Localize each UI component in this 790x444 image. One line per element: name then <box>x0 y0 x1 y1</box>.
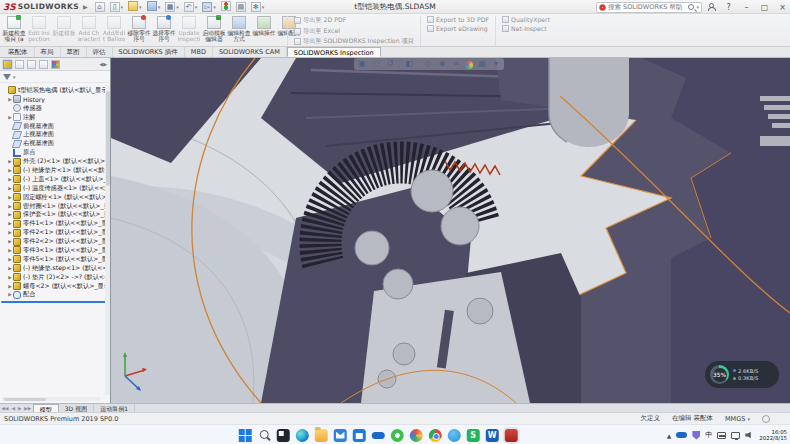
volume-icon[interactable] <box>745 431 754 439</box>
taskbar-app-icon[interactable] <box>429 429 442 442</box>
ribbon-button[interactable]: Add Characteristic <box>77 15 101 45</box>
ribbon-button[interactable]: 新建检查项目 (amp;N) <box>2 15 26 45</box>
ribbon-button[interactable]: 新建模板 <box>52 15 76 45</box>
taskbar-app-icon[interactable] <box>467 429 480 442</box>
ribbon-button[interactable]: 编辑检查方式 <box>227 15 251 45</box>
taskbar-app-icon[interactable] <box>296 429 309 442</box>
panel-horizontal-scrollbar[interactable] <box>2 397 100 401</box>
ribbon-button[interactable]: Edit Inspection Project <box>27 15 51 45</box>
hide-show-items-icon[interactable]: ∞ <box>451 59 461 69</box>
3d-model-canvas[interactable] <box>111 58 790 403</box>
minimize-button[interactable]: – <box>741 3 752 12</box>
qat-button[interactable] <box>146 1 162 13</box>
qat-button[interactable] <box>94 1 106 13</box>
filter-icon[interactable] <box>3 74 11 80</box>
ribbon-tab[interactable]: SOLIDWORKS CAM <box>213 47 287 57</box>
tree-item[interactable]: ▶ 零件5<1> (默认<<默认>_显示状态 <box>2 255 110 264</box>
rollback-bar[interactable] <box>1 301 109 303</box>
restore-button[interactable]: ▢ <box>759 3 770 12</box>
display-style-icon[interactable]: ◈ <box>437 59 447 69</box>
apply-scene-icon[interactable]: ▦ <box>477 59 487 69</box>
ribbon-button[interactable]: Update Inspection Project <box>177 15 201 45</box>
tree-item[interactable]: ▶ (-) 温度传感器<1> (默认<<默认>_显 <box>2 184 110 193</box>
feature-manager-tab[interactable] <box>3 60 12 69</box>
panel-tab-overflow-icon[interactable]: ◀▶ <box>99 61 107 67</box>
search-box[interactable]: ▾ <box>596 2 702 13</box>
ribbon-tab[interactable]: 草图 <box>61 47 87 57</box>
export-menu-item[interactable]: 导出至 Excel <box>294 27 414 36</box>
filter-dropdown-icon[interactable]: ▾ <box>13 74 16 80</box>
tray-overflow-icon[interactable]: ▲ <box>667 432 672 439</box>
tree-item[interactable]: ▶ 配合 <box>2 290 110 299</box>
ime-indicator[interactable]: 中 <box>705 430 712 440</box>
export-menu-item[interactable]: Export eDrawing <box>427 25 489 32</box>
help-button[interactable]: ? <box>723 3 734 12</box>
close-button[interactable]: × <box>777 3 788 12</box>
ribbon-button[interactable]: Add/Edit Balloons <box>102 15 126 45</box>
units-selector[interactable]: MMGS ▾ <box>725 415 750 423</box>
tab-scroll-last-icon[interactable]: ▶▶ <box>23 406 33 411</box>
taskbar-app-icon[interactable] <box>372 429 385 442</box>
taskbar-app-icon[interactable] <box>353 429 366 442</box>
tree-item[interactable]: t型铠装热电偶 (默认<默认_显示状态-1> <box>2 86 110 95</box>
tree-item[interactable]: 前视基准面 <box>2 122 110 131</box>
tab-scroll-first-icon[interactable]: ◀◀ <box>0 406 10 411</box>
tree-item[interactable]: ▶ 零件1<1> (默认<<默认>_显示状态 <box>2 219 110 228</box>
ribbon-tab[interactable]: 评估 <box>87 47 113 57</box>
view-settings-icon[interactable]: ▾ <box>491 59 501 69</box>
taskbar-app-icon[interactable] <box>239 429 252 442</box>
qat-button[interactable] <box>183 1 199 13</box>
taskbar-app-icon[interactable] <box>258 429 271 442</box>
qat-button[interactable] <box>235 1 247 13</box>
tree-item[interactable]: 传感器 <box>2 104 110 113</box>
taskbar-app-icon[interactable] <box>505 429 518 442</box>
search-icon[interactable] <box>688 4 694 10</box>
export-menu-item[interactable]: Net-Inspect <box>502 25 550 32</box>
tree-item[interactable]: ▶ 固定螺栓<1> (默认<<默认>_显示状 <box>2 193 110 202</box>
tree-item[interactable]: ▶ 零件2<2> (默认<<默认>_显示状态 <box>2 237 110 246</box>
search-dropdown-icon[interactable]: ▾ <box>696 4 699 10</box>
tree-item[interactable]: ▶ 外壳 (2)<1> (默认<<默认>_显示状态 <box>2 157 110 166</box>
qat-button[interactable] <box>127 1 143 13</box>
taskbar-app-icon[interactable] <box>448 429 461 442</box>
ribbon-button[interactable]: 移除零件序号 <box>127 15 151 45</box>
tree-item[interactable]: ▶ History <box>2 95 110 104</box>
export-menu-item[interactable]: 导出至 SOLIDWORKS Inspection 项目 <box>294 37 414 46</box>
qat-button[interactable] <box>201 1 217 13</box>
taskbar-app-icon[interactable] <box>334 429 347 442</box>
view-orientation-icon[interactable]: ◇ <box>423 59 433 69</box>
solidworks-logo[interactable]: 3S SOLIDWORKS <box>3 2 79 12</box>
tree-item[interactable]: 右视基准面 <box>2 139 110 148</box>
tree-item[interactable]: ▶ 密封圈<1> (默认<<默认>_显示状态 <box>2 202 110 211</box>
tree-item[interactable]: ▶ (-) 绝缘垫.step<1> (默认<<默认> <box>2 264 110 273</box>
tree-item[interactable]: ▶ 螺母<2> (默认<<默认>_显示状态 <box>2 282 110 291</box>
tree-item[interactable]: ▶ 保护套<1> (默认<<默认>_显示状态 <box>2 210 110 219</box>
panel-vertical-scrollbar[interactable] <box>105 85 110 395</box>
taskbar-app-icon[interactable] <box>391 429 404 442</box>
ribbon-tab[interactable]: 布局 <box>35 47 61 57</box>
tree-item[interactable]: ▶ (-) 上盖<1> (默认<<默认>_显示状态 <box>2 175 110 184</box>
tree-item[interactable]: 上视基准面 <box>2 130 110 139</box>
taskbar-app-icon[interactable] <box>410 429 423 442</box>
display-tray-icon[interactable] <box>731 432 740 439</box>
status-globe-icon[interactable] <box>762 415 770 423</box>
zoom-area-icon[interactable]: ○ <box>371 59 381 69</box>
qat-button[interactable] <box>250 1 266 13</box>
ribbon-tab[interactable]: SOLIDWORKS Inspection <box>287 47 381 57</box>
ribbon-button[interactable]: 编辑操作 <box>252 15 276 45</box>
taskbar-app-icon[interactable] <box>277 429 290 442</box>
property-manager-tab[interactable] <box>15 60 24 69</box>
tree-item[interactable]: ▶ 零件3<1> (默认<<默认>_显示状态 <box>2 246 110 255</box>
ribbon-tab[interactable]: SOLIDWORKS 插件 <box>113 47 185 57</box>
qat-button[interactable] <box>164 1 180 13</box>
export-menu-item[interactable]: QualityXpert <box>502 16 550 23</box>
menu-flyout-arrow-icon[interactable]: ▶ <box>83 3 88 10</box>
tree-item[interactable]: ▶ (-) 绝缘垫片<1> (默认<<默认>_显示 <box>2 166 110 175</box>
edit-appearance-icon[interactable] <box>465 61 473 69</box>
clock[interactable]: 16:05 2022/8/15 <box>759 429 787 442</box>
tree-item[interactable]: 原点 <box>2 148 110 157</box>
performance-widget[interactable]: 35% 2.6KB/S 0.3KB/S <box>705 361 779 388</box>
qat-button[interactable] <box>109 1 125 13</box>
export-menu-item[interactable]: Export to 3D PDF <box>427 16 489 23</box>
display-manager-tab[interactable] <box>51 60 60 69</box>
